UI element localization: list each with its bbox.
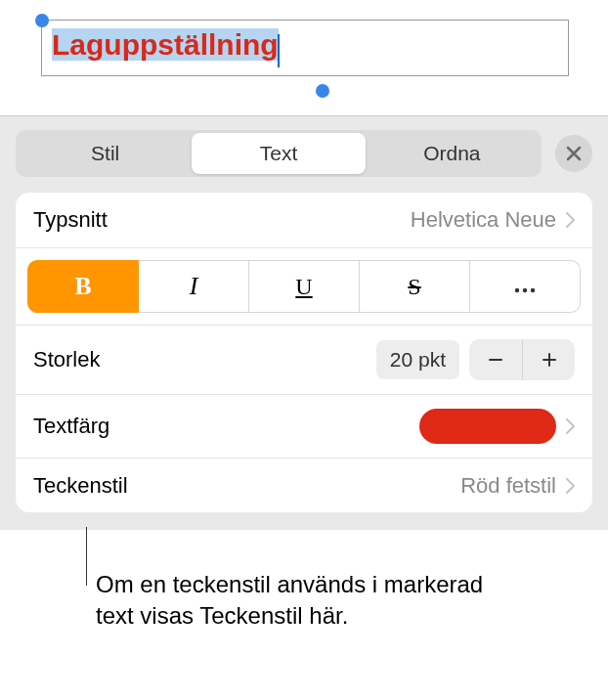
selected-text[interactable]: Laguppställning (52, 28, 279, 61)
strikethrough-button[interactable]: S (360, 260, 470, 313)
bold-icon: B (74, 272, 91, 301)
font-label: Typsnitt (33, 207, 108, 233)
format-panel: Stil Text Ordna Typsnitt Helvetica Neue … (0, 115, 608, 530)
italic-button[interactable]: I (139, 260, 249, 313)
text-style-row: B I U S (16, 247, 592, 325)
chevron-right-icon (566, 478, 575, 494)
size-row: Storlek 20 pkt (16, 325, 592, 394)
strikethrough-icon: S (408, 274, 420, 300)
tab-arrange[interactable]: Ordna (366, 133, 539, 174)
text-color-row[interactable]: Textfärg (16, 394, 592, 458)
close-button[interactable] (555, 135, 592, 172)
size-stepper (469, 339, 575, 380)
italic-icon: I (190, 272, 198, 301)
size-decrease-button[interactable] (469, 339, 522, 380)
svg-point-1 (523, 288, 527, 292)
character-style-value-container: Röd fetstil (460, 473, 575, 499)
chevron-right-icon (566, 418, 575, 434)
selection-handle-top[interactable] (35, 14, 49, 27)
character-style-label: Teckenstil (33, 473, 128, 499)
text-box[interactable]: Laguppställning (41, 20, 569, 76)
text-box-container: Laguppställning (41, 20, 569, 76)
character-style-row[interactable]: Teckenstil Röd fetstil (16, 458, 592, 512)
segmented-control: Stil Text Ordna (16, 130, 542, 177)
more-styles-button[interactable] (470, 260, 581, 313)
callout-line (86, 527, 87, 586)
tab-text[interactable]: Text (192, 133, 365, 174)
font-row[interactable]: Typsnitt Helvetica Neue (16, 193, 592, 247)
bold-button[interactable]: B (27, 260, 139, 313)
selection-handle-bottom[interactable] (316, 84, 329, 98)
size-value[interactable]: 20 pkt (376, 340, 459, 379)
tab-style[interactable]: Stil (19, 133, 192, 174)
font-value: Helvetica Neue (411, 207, 556, 233)
text-cursor (278, 34, 280, 67)
underline-icon: U (295, 274, 312, 300)
callout: Om en teckenstil används i markerad text… (96, 569, 526, 633)
chevron-right-icon (566, 212, 575, 228)
plus-icon (540, 350, 559, 370)
minus-icon (486, 350, 505, 370)
tab-row: Stil Text Ordna (16, 130, 592, 177)
color-swatch[interactable] (419, 409, 556, 444)
underline-button[interactable]: U (249, 260, 360, 313)
text-color-value-container (419, 409, 575, 444)
callout-text: Om en teckenstil används i markerad text… (96, 569, 526, 633)
font-value-container: Helvetica Neue (411, 207, 575, 233)
svg-point-2 (531, 288, 535, 292)
format-card: Typsnitt Helvetica Neue B I U S (16, 193, 592, 512)
text-color-label: Textfärg (33, 414, 109, 439)
size-increase-button[interactable] (522, 339, 575, 380)
more-icon (513, 273, 537, 300)
size-label: Storlek (33, 347, 100, 372)
close-icon (566, 146, 582, 161)
svg-point-0 (515, 288, 519, 292)
character-style-value: Röd fetstil (460, 473, 556, 499)
size-controls: 20 pkt (376, 339, 575, 380)
